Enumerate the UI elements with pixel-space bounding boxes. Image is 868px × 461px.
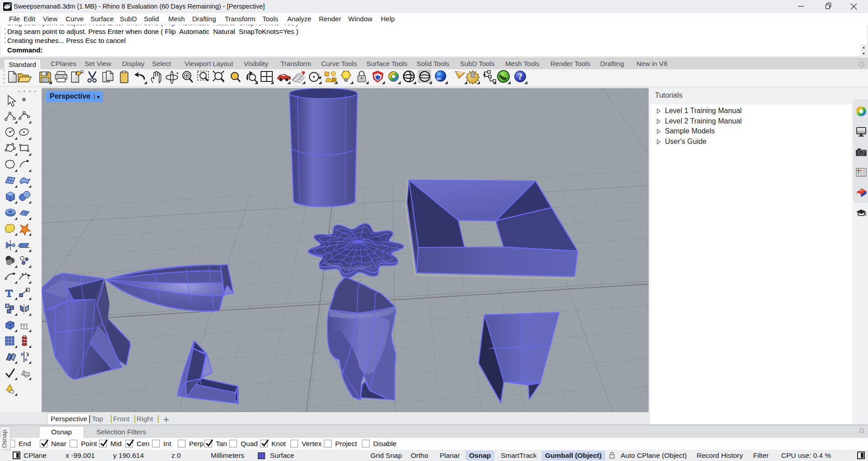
svg-text:Osnap: Osnap [1, 430, 8, 448]
svg-text:8: 8 [9, 3, 11, 6]
svg-text:?: ? [518, 71, 522, 81]
svg-text:T: T [5, 287, 13, 299]
